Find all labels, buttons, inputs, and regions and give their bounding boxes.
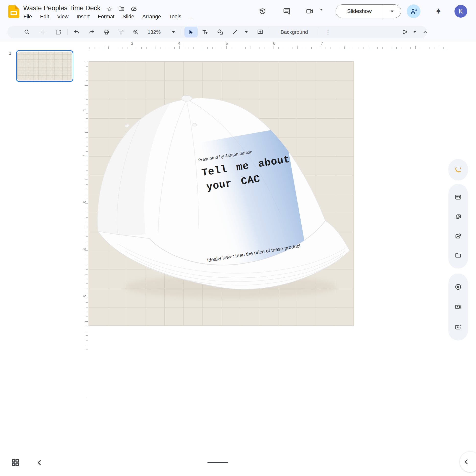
slide-thumbnail-preview	[17, 51, 72, 81]
menu-bar: File Edit View Insert Format Slide Arran…	[23, 13, 194, 20]
open-panel-button[interactable]	[460, 452, 476, 472]
v-ruler-label: 4	[83, 247, 87, 252]
pointer-caret-icon[interactable]	[413, 31, 416, 33]
menu-slide[interactable]: Slide	[122, 13, 135, 20]
slide-canvas[interactable]: Presented by Jargon Junkie Tell me about…	[89, 62, 354, 325]
menu-insert[interactable]: Insert	[76, 13, 90, 20]
google-slides-app: Waste Peoples Time Deck ☆ File Edit View…	[0, 0, 476, 476]
collapse-filmstrip-icon[interactable]	[35, 459, 44, 467]
pointer-mode-icon[interactable]	[402, 29, 408, 35]
slideshow-split-button: Slideshow	[336, 4, 401, 18]
image-search-icon[interactable]	[455, 232, 462, 240]
meet-caret-icon[interactable]	[320, 11, 328, 18]
camera-photos-icon[interactable]	[455, 213, 462, 220]
folder-icon[interactable]	[455, 252, 462, 259]
text-box-icon[interactable]	[202, 29, 208, 35]
account-avatar[interactable]: K	[455, 5, 467, 17]
menu-tools[interactable]: Tools	[168, 13, 182, 20]
share-button[interactable]	[407, 4, 421, 18]
gemini-banana-pill	[448, 159, 468, 181]
h-ruler-label: 5	[226, 41, 228, 46]
slides-logo-icon[interactable]	[8, 5, 19, 18]
insert-media-pill	[448, 184, 468, 269]
slideshow-button[interactable]: Slideshow	[336, 5, 383, 18]
search-menus-icon[interactable]	[24, 29, 30, 35]
h-ruler-label: 6	[273, 41, 275, 46]
menu-edit[interactable]: Edit	[39, 13, 50, 20]
line-tool-icon[interactable]	[232, 29, 238, 35]
background-button[interactable]: Background	[281, 29, 308, 35]
menu-format[interactable]: Format	[97, 13, 115, 20]
redo-icon[interactable]	[88, 29, 95, 35]
line-caret-icon[interactable]	[245, 31, 248, 33]
meet-camera-icon[interactable]	[306, 7, 314, 15]
horizontal-ruler: 3 4 5 6 7	[89, 42, 446, 49]
templates-article-icon[interactable]	[455, 193, 462, 201]
gemini-icon[interactable]: ✦	[435, 7, 442, 16]
h-ruler-label: 7	[321, 41, 323, 46]
new-slide-gemini-icon[interactable]	[55, 29, 62, 35]
v-ruler-label: 2	[83, 153, 87, 158]
recording-pill	[448, 273, 468, 340]
shapes-icon[interactable]	[217, 29, 223, 35]
hat-print-text[interactable]: Presented by Jargon Junkie Tell me about…	[199, 141, 321, 271]
collapse-toolbar-icon[interactable]	[422, 29, 428, 35]
undo-icon[interactable]	[73, 29, 80, 35]
menu-file[interactable]: File	[23, 13, 33, 20]
toolbar-more-icon[interactable]: ⋮	[325, 29, 331, 35]
toolbar: 132% Background ⋮	[7, 26, 427, 38]
zoom-in-icon[interactable]	[133, 29, 139, 35]
document-title[interactable]: Waste Peoples Time Deck	[23, 4, 101, 12]
new-slide-icon[interactable]	[40, 29, 46, 35]
print-icon[interactable]	[103, 29, 110, 35]
insert-comment-icon[interactable]	[257, 29, 264, 35]
paint-format-icon[interactable]	[118, 29, 124, 35]
v-ruler-label: 5	[83, 293, 87, 299]
cloud-saved-icon[interactable]	[130, 5, 137, 13]
h-ruler-label: 3	[131, 41, 133, 46]
zoom-caret-icon[interactable]	[172, 31, 175, 33]
move-folder-icon[interactable]	[118, 5, 125, 13]
zoom-level-value[interactable]: 132%	[148, 29, 161, 35]
menu-view[interactable]: View	[56, 13, 69, 20]
menu-arrange[interactable]: Arrange	[142, 13, 162, 20]
v-ruler-label: 1	[83, 107, 87, 113]
slide-thumbnail[interactable]	[16, 50, 73, 82]
slide-number: 1	[9, 51, 12, 56]
camera-person-icon[interactable]	[455, 303, 462, 311]
select-tool-icon[interactable]	[187, 29, 194, 35]
star-icon[interactable]: ☆	[107, 6, 113, 13]
record-icon[interactable]	[455, 283, 462, 290]
banana-sparkle-icon[interactable]	[455, 166, 462, 173]
slideshow-caret-button[interactable]	[383, 5, 401, 18]
grid-view-icon[interactable]	[11, 458, 20, 467]
h-ruler-label: 4	[178, 41, 181, 46]
v-ruler-label: 3	[83, 200, 87, 205]
hat-subline: Ideally lower than the price of these pr…	[207, 243, 301, 263]
vertical-ruler: 1 2 3 4 5	[83, 49, 88, 398]
video-sparkle-icon[interactable]	[455, 323, 462, 331]
comments-icon[interactable]	[283, 7, 290, 15]
menu-overflow[interactable]: ...	[188, 13, 194, 20]
horizontal-scrollbar[interactable]	[207, 462, 228, 463]
version-history-icon[interactable]	[258, 7, 266, 15]
